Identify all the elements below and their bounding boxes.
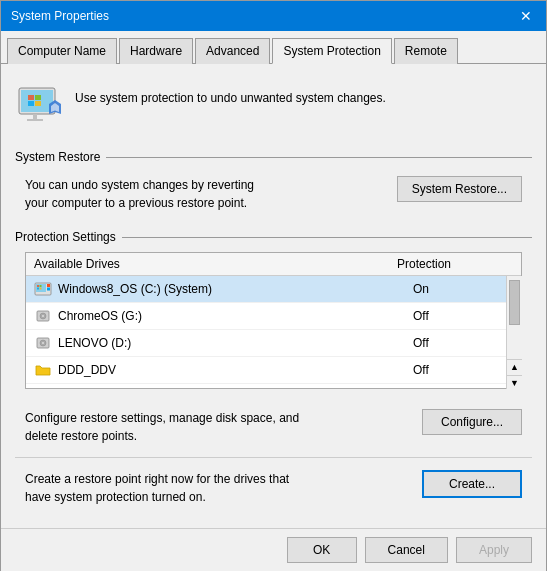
column-header-protection: Protection: [397, 257, 497, 271]
create-button[interactable]: Create...: [422, 470, 522, 498]
cancel-button[interactable]: Cancel: [365, 537, 448, 563]
tab-advanced[interactable]: Advanced: [195, 38, 270, 64]
system-restore-header: System Restore: [15, 150, 532, 164]
title-bar: System Properties ✕: [1, 1, 546, 31]
column-header-drive: Available Drives: [34, 257, 397, 271]
svg-rect-12: [47, 284, 50, 287]
system-restore-section: System Restore You can undo system chang…: [15, 150, 532, 216]
table-row[interactable]: ChromeOS (G:) Off: [26, 303, 521, 330]
svg-point-23: [42, 342, 44, 344]
create-description: Create a restore point right now for the…: [25, 470, 412, 506]
drive-protection-cell: Off: [413, 363, 513, 377]
svg-rect-6: [28, 95, 34, 100]
system-properties-dialog: System Properties ✕ Computer Name Hardwa…: [0, 0, 547, 571]
system-restore-description: You can undo system changes by reverting…: [25, 176, 387, 212]
tab-computer-name[interactable]: Computer Name: [7, 38, 117, 64]
dialog-title: System Properties: [11, 9, 109, 23]
svg-rect-15: [40, 285, 42, 287]
svg-rect-17: [40, 288, 42, 290]
svg-rect-16: [37, 288, 39, 290]
drive-name-cell: ChromeOS (G:): [34, 307, 413, 325]
drive-name-cell: LENOVO (D:): [34, 334, 413, 352]
scrollbar-up-arrow[interactable]: ▲: [507, 359, 522, 373]
hdd-drive-icon: [34, 334, 52, 352]
drive-protection-cell: Off: [413, 336, 513, 350]
header-description: Use system protection to undo unwanted s…: [75, 82, 386, 107]
configure-button[interactable]: Configure...: [422, 409, 522, 435]
svg-point-20: [42, 315, 44, 317]
protection-settings-section: Protection Settings Available Drives Pro…: [15, 230, 532, 389]
close-button[interactable]: ✕: [516, 6, 536, 26]
table-row[interactable]: LENOVO (D:) Off: [26, 330, 521, 357]
svg-rect-13: [47, 288, 50, 291]
tab-system-protection[interactable]: System Protection: [272, 38, 391, 64]
table-row[interactable]: Windows8_OS (C:) (System) On: [26, 276, 521, 303]
drive-name-cell: DDD_DDV: [34, 361, 413, 379]
dialog-footer: OK Cancel Apply: [1, 528, 546, 571]
system-drive-icon: [34, 280, 52, 298]
svg-rect-7: [35, 95, 41, 100]
drives-table-container: Available Drives Protection: [25, 252, 522, 389]
tab-hardware[interactable]: Hardware: [119, 38, 193, 64]
ok-button[interactable]: OK: [287, 537, 357, 563]
system-restore-body: You can undo system changes by reverting…: [15, 172, 532, 216]
system-protection-icon: [15, 82, 63, 130]
scrollbar-thumb[interactable]: [509, 280, 520, 325]
drives-list[interactable]: Windows8_OS (C:) (System) On: [26, 276, 521, 388]
svg-rect-3: [27, 119, 43, 121]
section-divider: [106, 157, 532, 158]
tab-remote[interactable]: Remote: [394, 38, 458, 64]
section-divider-2: [122, 237, 532, 238]
table-row[interactable]: DDD_DDV Off: [26, 357, 521, 384]
scrollbar-track[interactable]: ▲ ▼: [506, 276, 522, 389]
tabs-bar: Computer Name Hardware Advanced System P…: [1, 31, 546, 64]
apply-button[interactable]: Apply: [456, 537, 532, 563]
content-area: Use system protection to undo unwanted s…: [1, 64, 546, 528]
folder-icon: [34, 361, 52, 379]
system-restore-label: System Restore: [15, 150, 106, 164]
section-separator: [15, 457, 532, 458]
header-section: Use system protection to undo unwanted s…: [15, 76, 532, 136]
configure-section: Configure restore settings, manage disk …: [15, 403, 532, 451]
svg-rect-8: [28, 101, 34, 106]
drive-protection-cell: Off: [413, 309, 513, 323]
protection-settings-header: Protection Settings: [15, 230, 532, 244]
protection-settings-label: Protection Settings: [15, 230, 122, 244]
table-header-row: Available Drives Protection: [26, 253, 521, 276]
configure-description: Configure restore settings, manage disk …: [25, 409, 412, 445]
removable-drive-icon: [34, 307, 52, 325]
svg-rect-14: [37, 285, 39, 287]
svg-rect-9: [35, 101, 41, 106]
scrollbar-down-arrow[interactable]: ▼: [507, 375, 522, 389]
drive-protection-cell: On: [413, 282, 513, 296]
drives-table: Available Drives Protection: [25, 252, 522, 389]
drive-name-cell: Windows8_OS (C:) (System): [34, 280, 413, 298]
create-section: Create a restore point right now for the…: [15, 464, 532, 512]
system-restore-button[interactable]: System Restore...: [397, 176, 522, 202]
